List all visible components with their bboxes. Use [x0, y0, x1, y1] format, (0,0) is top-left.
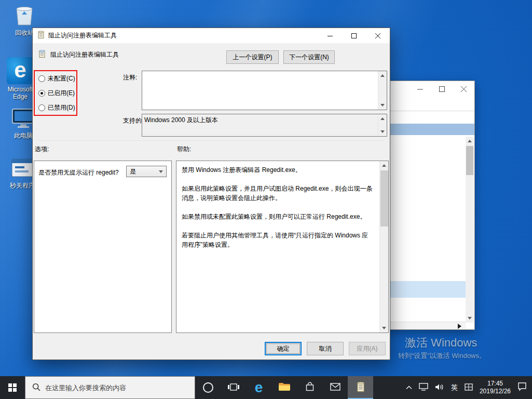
- option-question: 是否禁用无提示运行 regedit?: [38, 168, 119, 177]
- scroll-down-icon[interactable]: [380, 324, 388, 332]
- ime-indicator[interactable]: 英: [451, 383, 458, 392]
- radio-enabled[interactable]: 已启用(E): [38, 89, 75, 98]
- help-scrollbar[interactable]: [379, 161, 388, 332]
- edge-icon: e: [255, 380, 263, 395]
- section-divider: [38, 141, 385, 142]
- taskbar-clock[interactable]: 17:45 2019/12/26: [480, 380, 511, 395]
- scroll-up-icon[interactable]: [378, 114, 387, 123]
- close-button[interactable]: [366, 28, 390, 43]
- task-view-icon: [228, 383, 239, 393]
- dropdown-selected-value: 是: [130, 167, 136, 176]
- help-panel: 禁用 Windows 注册表编辑器 Regedit.exe。 如果启用此策略设置…: [176, 161, 389, 333]
- bg-vertical-scrollbar[interactable]: [466, 137, 474, 323]
- clock-time: 17:45: [480, 380, 511, 388]
- edge-icon: e: [7, 57, 34, 84]
- help-label: 帮助:: [177, 145, 191, 154]
- bg-selected-row[interactable]: [387, 124, 474, 135]
- app-window-icon: [11, 173, 34, 180]
- radio-not-configured[interactable]: 未配置(C): [38, 74, 75, 83]
- gpedit-taskbar-button[interactable]: [348, 376, 373, 399]
- store-button[interactable]: [297, 376, 322, 399]
- bg-close-button[interactable]: [453, 81, 474, 97]
- action-center-button[interactable]: [517, 382, 527, 393]
- policy-settings-dialog: 阻止访问注册表编辑工具: [32, 28, 390, 360]
- help-text: 禁用 Windows 注册表编辑器 Regedit.exe。 如果启用此策略设置…: [176, 161, 379, 332]
- network-icon[interactable]: [419, 383, 428, 392]
- bg-horizontal-scrollbar[interactable]: [387, 322, 466, 329]
- policy-icon: [38, 50, 46, 60]
- supported-on-box: Windows 2000 及以上版本: [142, 114, 387, 137]
- bg-maximize-button[interactable]: [431, 81, 453, 97]
- search-icon: [32, 383, 40, 393]
- recycle-bin-icon: [14, 20, 35, 28]
- scroll-up-icon[interactable]: [380, 161, 388, 170]
- bg-minimize-button[interactable]: [409, 81, 431, 97]
- scroll-right-icon[interactable]: [458, 324, 461, 329]
- watermark-line2: 转到“设置”以激活 Windows。: [398, 351, 532, 361]
- watermark-line1: 激活 Windows: [405, 335, 532, 351]
- scroll-down-icon[interactable]: [466, 314, 474, 323]
- dialog-titlebar[interactable]: 阻止访问注册表编辑工具: [33, 28, 390, 43]
- radio-label: 已禁用(D): [48, 103, 75, 112]
- options-panel: 是否禁用无提示运行 regedit? 是: [34, 161, 172, 333]
- radio-circle-icon: [38, 90, 45, 97]
- comment-scrollbar[interactable]: [378, 71, 387, 110]
- next-setting-button[interactable]: 下一个设置(N): [283, 50, 335, 64]
- folder-icon: [278, 382, 291, 393]
- comment-label: 注释:: [123, 73, 137, 82]
- help-paragraph: 如果禁用或未配置此策略设置，则用户可以正常运行 Regedit.exe。: [182, 212, 374, 221]
- mail-button[interactable]: [322, 376, 348, 399]
- start-button[interactable]: [0, 376, 25, 399]
- dialog-title: 阻止访问注册表编辑工具: [48, 31, 117, 40]
- gpedit-main-window[interactable]: [387, 81, 475, 330]
- maximize-button[interactable]: [342, 28, 366, 43]
- help-paragraph: 若要阻止用户使用其他管理工具，请使用“只运行指定的 Windows 应用程序”策…: [182, 231, 374, 249]
- minimize-button[interactable]: [318, 28, 342, 43]
- touch-keyboard-icon[interactable]: [465, 383, 473, 392]
- clock-date: 2019/12/26: [480, 388, 511, 395]
- help-paragraph: 如果启用此策略设置，并且用户试图启动 Regedit.exe，则会出现一条消息，…: [182, 184, 374, 203]
- cortana-icon: [203, 382, 213, 393]
- radio-label: 已启用(E): [48, 89, 75, 98]
- comment-textarea[interactable]: [142, 71, 387, 110]
- mail-icon: [330, 383, 340, 392]
- gpedit-scroll-icon: [356, 381, 366, 394]
- volume-icon[interactable]: [435, 383, 444, 392]
- chevron-down-icon: [159, 170, 163, 173]
- cortana-button[interactable]: [195, 376, 221, 399]
- scroll-up-icon[interactable]: [378, 71, 387, 80]
- system-tray: 英 17:45 2019/12/26: [406, 376, 532, 399]
- annotation-red-box: 未配置(C) 已启用(E) 已禁用(D): [34, 70, 77, 116]
- apply-button: 应用(A): [349, 342, 386, 355]
- options-label: 选项:: [35, 145, 49, 154]
- scrollbar-thumb[interactable]: [466, 146, 473, 175]
- bg-highlight-row[interactable]: [387, 281, 466, 298]
- supported-scrollbar[interactable]: [378, 114, 387, 136]
- radio-label: 未配置(C): [48, 74, 75, 83]
- radio-circle-icon: [38, 104, 45, 111]
- scroll-down-icon[interactable]: [378, 127, 387, 136]
- bg-window-titlebar[interactable]: [387, 81, 474, 100]
- desktop: 回收站 e Microsoft Edge 此电脑 秒关程序: [0, 0, 532, 399]
- store-bag-icon: [305, 382, 315, 393]
- supported-on-text: Windows 2000 及以上版本: [144, 116, 375, 125]
- gpedit-scroll-icon: [37, 31, 45, 41]
- edge-taskbar-button[interactable]: e: [246, 376, 271, 399]
- task-view-button[interactable]: [221, 376, 246, 399]
- scroll-down-icon[interactable]: [378, 101, 387, 110]
- scrollbar-thumb[interactable]: [380, 170, 388, 227]
- cancel-button[interactable]: 取消: [307, 342, 344, 355]
- bg-window-toolbar: [387, 100, 474, 111]
- regedit-silent-dropdown[interactable]: 是: [126, 166, 167, 177]
- taskbar-search[interactable]: [25, 376, 195, 399]
- search-input[interactable]: [45, 384, 185, 392]
- scroll-up-icon[interactable]: [466, 137, 474, 145]
- taskbar: e: [0, 376, 532, 399]
- file-explorer-button[interactable]: [271, 376, 297, 399]
- previous-setting-button[interactable]: 上一个设置(P): [226, 50, 279, 64]
- radio-disabled[interactable]: 已禁用(D): [38, 103, 75, 112]
- tray-expand-button[interactable]: [406, 384, 412, 391]
- help-paragraph: 禁用 Windows 注册表编辑器 Regedit.exe。: [182, 165, 374, 175]
- ok-button[interactable]: 确定: [265, 342, 302, 355]
- windows-logo-icon: [8, 383, 17, 392]
